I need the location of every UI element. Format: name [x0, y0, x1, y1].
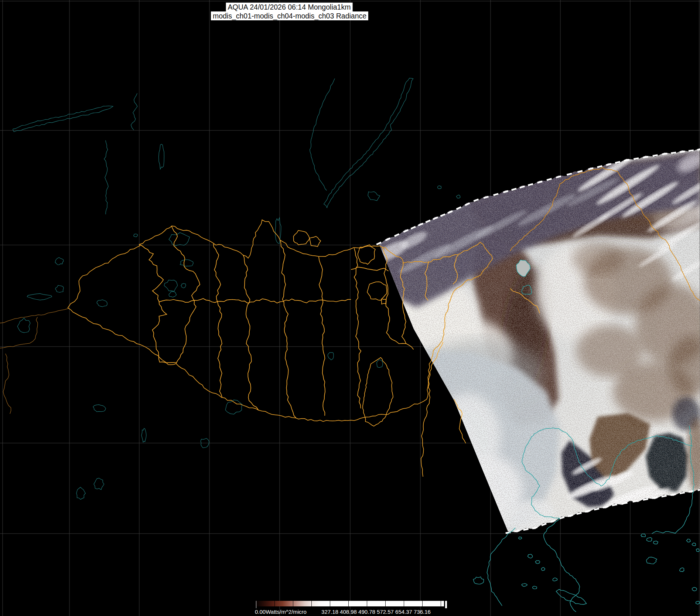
colorbar-tick: [293, 601, 293, 608]
colorbar-unit-label: 0.00Watts/m^2/micro: [255, 609, 307, 615]
map-title-line2: modis_ch01-modis_ch04-modis_ch03 Radianc…: [211, 11, 368, 20]
lake-outline: [328, 353, 334, 360]
colorbar-gradient: [255, 601, 444, 606]
country-border-dim: [0, 308, 69, 323]
province-border-loop: [358, 245, 375, 264]
province-border-loop: [294, 231, 310, 245]
island-outline: [692, 543, 696, 546]
coastline: [544, 518, 580, 612]
colorbar-tick: [385, 601, 386, 608]
colorbar-tick-label: 408.98: [340, 609, 357, 615]
lake-outline: [377, 360, 383, 368]
island-outline: [641, 534, 645, 537]
island-outline: [696, 549, 699, 552]
province-border: [159, 299, 351, 303]
satellite-swath-imagery: [362, 144, 700, 540]
lake-outline: [169, 292, 176, 297]
colorbar-tick-label: 736.16: [414, 609, 431, 615]
river-or-lake-outline: [310, 79, 335, 191]
coastline: [487, 528, 515, 606]
province-border: [319, 257, 325, 416]
province-border: [243, 255, 259, 410]
island-outline: [653, 541, 658, 544]
lake-outline: [55, 285, 64, 292]
swath-terrain-speckle: [369, 144, 700, 540]
island-outline: [535, 561, 540, 564]
island-outline: [646, 557, 657, 564]
lake-outline: [55, 258, 63, 265]
province-border: [354, 248, 361, 409]
colorbar-tick: [404, 601, 404, 608]
satellite-quicklook-viewport: AQUA 24/01/2026 06:14 Mongolia1km modis_…: [0, 0, 700, 616]
colorbar-tick: [348, 601, 349, 608]
province-border: [171, 226, 200, 364]
province-border: [280, 240, 296, 418]
colorbar-tick: [256, 601, 256, 608]
colorbar-tick: [367, 601, 367, 608]
lake-outline: [97, 300, 107, 307]
lake-outline: [159, 144, 164, 169]
island-outline: [541, 567, 545, 571]
province-border-loop: [363, 358, 393, 426]
colorbar-tick: [311, 601, 312, 608]
lake-outline: [76, 487, 86, 499]
colorbar-tick-label: 490.78: [358, 609, 375, 615]
colorbar-tick: [422, 601, 423, 608]
lake-outline: [141, 428, 146, 442]
island-outline: [680, 568, 684, 572]
river-or-lake-outline: [368, 191, 380, 201]
lake-outline: [17, 318, 30, 333]
lake-outline: [164, 280, 177, 291]
river-or-lake-outline: [13, 106, 113, 132]
colorbar-tick-label: 327.18: [321, 609, 338, 615]
colorbar-tick: [330, 601, 330, 608]
island-outline: [553, 578, 557, 581]
coastline: [556, 589, 587, 605]
island-outline: [522, 583, 527, 586]
lake-outline: [180, 260, 194, 266]
lake-outline: [134, 234, 138, 237]
island-outline: [696, 601, 700, 604]
province-border-loop: [367, 282, 387, 300]
colorbar-end-cap: [445, 601, 447, 608]
colorbar-tick-label: 654.37: [395, 609, 412, 615]
island-outline: [473, 577, 484, 584]
river-or-lake-outline: [131, 93, 137, 130]
lake-outline: [94, 478, 104, 490]
lake-outline: [27, 293, 52, 300]
map-canvas: [0, 0, 700, 616]
island-outline: [527, 554, 532, 558]
lake-outline: [438, 186, 441, 189]
radiance-colorbar: 0.00Watts/m^2/micro 327.18 408.98 490.78…: [255, 601, 462, 616]
lake-outline: [169, 233, 189, 246]
country-border-dim: [3, 354, 11, 414]
lake-outline: [456, 195, 460, 198]
island-outline: [692, 588, 697, 591]
island-outline: [646, 538, 652, 541]
island-outline: [533, 586, 537, 589]
river-or-lake-outline: [104, 140, 108, 214]
colorbar-tick: [274, 601, 275, 608]
province-border: [351, 267, 388, 271]
province-border: [140, 245, 176, 363]
colorbar-tick: [441, 601, 441, 608]
river-or-lake-outline: [324, 78, 413, 208]
map-title-line1: AQUA 24/01/2026 06:14 Mongolia1km: [226, 3, 353, 11]
lake-outline: [181, 283, 186, 288]
island-outline: [686, 539, 690, 542]
province-border: [214, 244, 222, 397]
lake-outline: [93, 405, 106, 412]
colorbar-tick-label: 572.57: [377, 609, 394, 615]
island-outline: [519, 537, 522, 539]
